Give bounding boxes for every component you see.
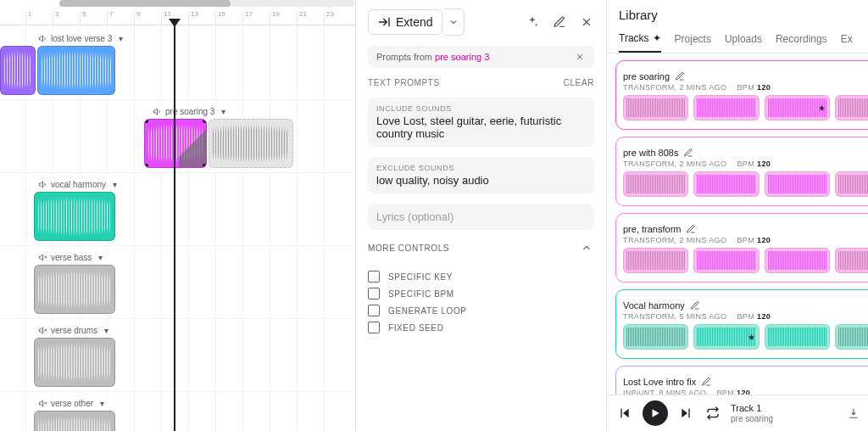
track-header[interactable]: pre soaring 3 ▾ <box>148 105 231 117</box>
clear-prompts-button[interactable]: CLEAR <box>564 78 594 87</box>
pencil-icon[interactable] <box>701 377 711 387</box>
more-controls-toggle[interactable] <box>579 240 594 255</box>
audio-clip-selected[interactable] <box>144 119 207 168</box>
library-variant-clip[interactable]: ★ <box>693 324 759 350</box>
library-variant-clip[interactable] <box>835 248 868 273</box>
tab-uploads[interactable]: Uploads <box>725 26 762 52</box>
library-item[interactable]: Vocal harmonyTRANSFORM, 5 MINS AGOBPM 12… <box>615 289 868 359</box>
track-name: lost love verse 3 <box>51 34 112 43</box>
audio-clip[interactable] <box>34 265 115 314</box>
library-variant-clip[interactable] <box>765 324 830 350</box>
chip-close-button[interactable] <box>574 51 586 63</box>
lyrics-input[interactable]: Lyrics (optional) <box>368 204 594 230</box>
chevron-down-icon: ▾ <box>95 252 105 262</box>
speaker-muted-icon <box>37 398 47 408</box>
specific-key-checkbox[interactable]: SPECIFIC KEY <box>368 271 594 283</box>
library-variant-clip[interactable] <box>835 324 868 350</box>
audio-clip-extend-region[interactable] <box>209 119 293 168</box>
specific-bpm-checkbox[interactable]: SPECIFIC BPM <box>368 288 594 299</box>
track-header[interactable]: verse bass ▾ <box>34 251 108 263</box>
pencil-icon[interactable] <box>675 71 685 81</box>
tab-tracks[interactable]: Tracks ✦ <box>619 25 661 53</box>
library-item-variants <box>623 248 868 273</box>
audio-clip[interactable] <box>0 46 36 95</box>
library-variant-clip[interactable] <box>623 324 688 350</box>
library-item[interactable]: pre soaringTRANSFORM, 2 MINS AGOBPM 120★ <box>615 60 868 130</box>
track-header[interactable]: vocal harmony ▾ <box>34 178 123 190</box>
library-variant-clip[interactable]: ★ <box>765 95 830 120</box>
library-item-variants: ★ <box>623 324 868 350</box>
library-variant-clip[interactable] <box>623 171 688 197</box>
library-item-meta: TRANSFORM, 2 MINS AGOBPM 120 <box>623 236 868 244</box>
tab-more[interactable]: Ex <box>841 26 853 52</box>
fixed-seed-checkbox[interactable]: FIXED SEED <box>368 322 594 333</box>
speaker-muted-icon <box>37 252 47 262</box>
svg-rect-21 <box>688 409 689 418</box>
download-button[interactable] <box>846 406 861 421</box>
close-panel-button[interactable] <box>579 14 594 30</box>
timeline-scrollbar[interactable] <box>59 0 355 7</box>
svg-marker-20 <box>682 409 687 418</box>
chip-source: pre soaring 3 <box>435 52 489 62</box>
library-item[interactable]: pre with 808sTRANSFORM, 2 MINS AGOBPM 12… <box>615 137 868 206</box>
audio-clip[interactable] <box>34 411 115 431</box>
include-sounds-input[interactable]: INCLUDE SOUNDS Love Lost, steel guitar, … <box>368 98 594 147</box>
skip-back-icon <box>618 406 632 420</box>
library-item-name: Vocal harmony <box>623 300 685 311</box>
library-item-name: pre, transform <box>623 224 681 234</box>
extend-button[interactable]: Extend <box>368 9 442 35</box>
pencil-icon[interactable] <box>683 148 693 158</box>
chevron-down-icon: ▾ <box>115 33 125 43</box>
chevron-down-icon: ▾ <box>218 106 228 116</box>
library-item-meta: TRANSFORM, 5 MINS AGOBPM 120 <box>623 312 868 321</box>
library-variant-clip[interactable] <box>693 95 759 120</box>
library-variant-clip[interactable] <box>693 248 759 273</box>
track-header[interactable]: verse other ▾ <box>34 397 110 409</box>
track-name: pre soaring 3 <box>165 107 214 116</box>
timeline-ruler[interactable]: 1 3 5 7 9 11 13 15 17 19 21 23 <box>0 10 355 25</box>
library-item[interactable]: Lost Love intro fixINPAINT, 8 MINS AGOBP… <box>615 366 868 395</box>
star-icon: ★ <box>748 333 755 342</box>
library-tabs: Tracks ✦ Projects Uploads Recordings Ex <box>607 25 868 53</box>
library-variant-clip[interactable] <box>835 171 868 197</box>
loop-button[interactable] <box>704 404 722 423</box>
library-variant-clip[interactable] <box>623 95 688 120</box>
library-variant-clip[interactable] <box>835 95 868 120</box>
pencil-icon[interactable] <box>686 224 696 234</box>
audio-clip[interactable] <box>37 46 115 95</box>
library-variant-clip[interactable] <box>765 171 830 197</box>
edit-button[interactable] <box>552 14 567 30</box>
tab-recordings[interactable]: Recordings <box>776 26 827 52</box>
track-header[interactable]: verse drums ▾ <box>34 324 114 336</box>
library-item-variants <box>623 171 868 197</box>
library-variant-clip[interactable] <box>623 248 688 273</box>
more-controls-heading: MORE CONTROLS <box>368 243 449 253</box>
exclude-sounds-input[interactable]: EXCLUDE SOUNDS low quality, noisy audio <box>368 157 594 193</box>
library-variant-clip[interactable] <box>693 171 759 197</box>
library-variant-clip[interactable] <box>765 248 830 273</box>
speaker-icon <box>37 33 47 43</box>
track-header[interactable]: lost love verse 3 ▾ <box>34 32 129 44</box>
next-button[interactable] <box>676 404 695 423</box>
tab-projects[interactable]: Projects <box>675 26 711 52</box>
play-button[interactable] <box>643 400 668 426</box>
pencil-icon[interactable] <box>690 300 700 311</box>
generate-loop-checkbox[interactable]: GENERATE LOOP <box>368 305 594 316</box>
audio-clip[interactable] <box>34 338 115 387</box>
playhead[interactable] <box>174 20 175 431</box>
library-item[interactable]: pre, transformTRANSFORM, 2 MINS AGOBPM 1… <box>615 213 868 283</box>
speaker-icon <box>152 106 162 116</box>
sparkle-button[interactable] <box>525 14 540 30</box>
audio-clip[interactable] <box>34 192 115 241</box>
library-item-meta: INPAINT, 8 MINS AGOBPM 120 <box>623 389 868 395</box>
library-item-variants: ★ <box>623 95 868 120</box>
extend-dropdown-button[interactable] <box>444 8 465 36</box>
chevron-down-icon <box>448 17 459 27</box>
prev-button[interactable] <box>615 404 634 423</box>
exclude-caption: EXCLUDE SOUNDS <box>376 164 586 172</box>
speaker-muted-icon <box>37 325 47 335</box>
library-item-meta: TRANSFORM, 2 MINS AGOBPM 120 <box>623 160 868 168</box>
library-item-name: pre with 808s <box>623 148 678 158</box>
library-panel: Library Tracks ✦ Projects Uploads Record… <box>607 0 868 431</box>
library-item-meta: TRANSFORM, 2 MINS AGOBPM 120 <box>623 83 868 92</box>
